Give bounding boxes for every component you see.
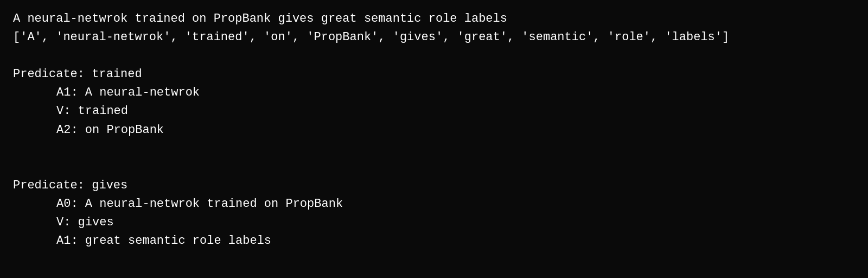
predicate1-role-2: A2: on PropBank [13,121,855,140]
blank-3 [13,158,855,176]
tokens-line: ['A', 'neural-netwrok', 'trained', 'on',… [13,28,855,47]
predicate2-role-2: A1: great semantic role labels [13,232,855,250]
blank-1 [13,47,855,65]
blank-2 [13,140,855,158]
output-container: A neural-netwrok trained on PropBank giv… [13,10,855,250]
predicate2-label: Predicate: gives [13,176,855,195]
predicate1-role-1: V: trained [13,102,855,121]
predicate2-role-0: A0: A neural-netwrok trained on PropBank [13,195,855,213]
predicate2-role-1: V: gives [13,213,855,232]
predicate1-role-0: A1: A neural-netwrok [13,84,855,102]
sentence-line: A neural-netwrok trained on PropBank giv… [13,10,855,28]
predicate1-label: Predicate: trained [13,65,855,84]
